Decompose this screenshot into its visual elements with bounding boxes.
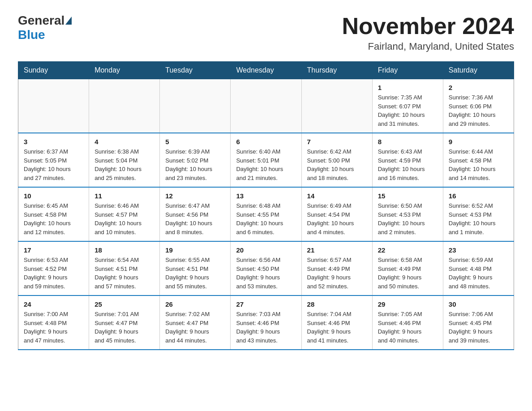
calendar-cell: 11Sunrise: 6:46 AMSunset: 4:57 PMDayligh… [89,187,160,241]
calendar-cell: 5Sunrise: 6:39 AMSunset: 5:02 PMDaylight… [160,133,231,187]
day-info: Sunrise: 6:46 AMSunset: 4:57 PMDaylight:… [94,201,154,236]
day-number: 28 [307,300,367,308]
day-info: Sunrise: 6:43 AMSunset: 4:59 PMDaylight:… [378,147,438,182]
calendar-cell: 18Sunrise: 6:54 AMSunset: 4:51 PMDayligh… [89,241,160,295]
day-number: 1 [378,84,438,91]
day-info: Sunrise: 6:48 AMSunset: 4:55 PMDaylight:… [236,201,296,236]
day-number: 19 [165,246,225,254]
day-info: Sunrise: 6:38 AMSunset: 5:04 PMDaylight:… [94,147,154,182]
day-number: 18 [94,246,154,254]
day-number: 25 [94,300,154,308]
day-info: Sunrise: 6:54 AMSunset: 4:51 PMDaylight:… [94,256,154,291]
calendar-cell: 7Sunrise: 6:42 AMSunset: 5:00 PMDaylight… [301,133,372,187]
weekday-header: Friday [372,62,443,79]
day-info: Sunrise: 7:03 AMSunset: 4:46 PMDaylight:… [236,310,296,345]
day-number: 7 [307,138,367,146]
day-number: 24 [24,300,83,308]
day-info: Sunrise: 6:47 AMSunset: 4:56 PMDaylight:… [165,201,225,236]
day-number: 2 [449,84,508,91]
day-info: Sunrise: 6:44 AMSunset: 4:58 PMDaylight:… [449,147,508,182]
day-number: 16 [449,192,508,200]
calendar-cell: 25Sunrise: 7:01 AMSunset: 4:47 PMDayligh… [89,295,160,350]
calendar-cell: 29Sunrise: 7:05 AMSunset: 4:46 PMDayligh… [372,295,443,350]
month-title: November 2024 [342,13,514,39]
logo-blue-block [64,17,72,25]
day-number: 20 [236,246,296,254]
calendar-cell: 9Sunrise: 6:44 AMSunset: 4:58 PMDaylight… [443,133,514,187]
weekday-header: Wednesday [231,62,301,79]
day-info: Sunrise: 6:37 AMSunset: 5:05 PMDaylight:… [24,147,83,182]
day-number: 13 [236,192,296,200]
calendar-week-row: 3Sunrise: 6:37 AMSunset: 5:05 PMDaylight… [18,133,514,187]
calendar-cell: 2Sunrise: 7:36 AMSunset: 6:06 PMDaylight… [443,79,514,133]
day-number: 29 [378,300,438,308]
calendar-cell: 15Sunrise: 6:50 AMSunset: 4:53 PMDayligh… [372,187,443,241]
calendar-week-row: 24Sunrise: 7:00 AMSunset: 4:48 PMDayligh… [18,295,514,350]
weekday-header: Tuesday [160,62,231,79]
day-info: Sunrise: 6:40 AMSunset: 5:01 PMDaylight:… [236,147,296,182]
calendar-cell [18,79,89,133]
calendar-cell: 16Sunrise: 6:52 AMSunset: 4:53 PMDayligh… [443,187,514,241]
weekday-header: Sunday [18,62,89,79]
day-number: 12 [165,192,225,200]
day-number: 11 [94,192,154,200]
day-number: 8 [378,138,438,146]
calendar-cell: 17Sunrise: 6:53 AMSunset: 4:52 PMDayligh… [18,241,89,295]
day-number: 14 [307,192,367,200]
calendar-cell: 20Sunrise: 6:56 AMSunset: 4:50 PMDayligh… [231,241,301,295]
day-number: 30 [449,300,508,308]
day-number: 22 [378,246,438,254]
calendar-cell: 12Sunrise: 6:47 AMSunset: 4:56 PMDayligh… [160,187,231,241]
calendar-week-row: 17Sunrise: 6:53 AMSunset: 4:52 PMDayligh… [18,241,514,295]
day-number: 3 [24,138,83,146]
day-number: 9 [449,138,508,146]
calendar-week-row: 10Sunrise: 6:45 AMSunset: 4:58 PMDayligh… [18,187,514,241]
day-number: 17 [24,246,83,254]
weekday-header-row: SundayMondayTuesdayWednesdayThursdayFrid… [18,62,514,79]
day-info: Sunrise: 7:06 AMSunset: 4:45 PMDaylight:… [449,310,508,345]
day-number: 15 [378,192,438,200]
weekday-header: Monday [89,62,160,79]
calendar-cell: 19Sunrise: 6:55 AMSunset: 4:51 PMDayligh… [160,241,231,295]
day-number: 26 [165,300,225,308]
logo-arrow-icon [65,17,72,25]
day-info: Sunrise: 6:55 AMSunset: 4:51 PMDaylight:… [165,256,225,291]
calendar-cell: 3Sunrise: 6:37 AMSunset: 5:05 PMDaylight… [18,133,89,187]
day-info: Sunrise: 6:59 AMSunset: 4:48 PMDaylight:… [449,256,508,291]
day-number: 23 [449,246,508,254]
day-number: 10 [24,192,83,200]
day-info: Sunrise: 7:02 AMSunset: 4:47 PMDaylight:… [165,310,225,345]
calendar-cell [231,79,301,133]
day-info: Sunrise: 7:35 AMSunset: 6:07 PMDaylight:… [378,93,438,128]
calendar-cell: 14Sunrise: 6:49 AMSunset: 4:54 PMDayligh… [301,187,372,241]
day-number: 27 [236,300,296,308]
day-info: Sunrise: 7:05 AMSunset: 4:46 PMDaylight:… [378,310,438,345]
calendar-cell [160,79,231,133]
day-info: Sunrise: 6:57 AMSunset: 4:49 PMDaylight:… [307,256,367,291]
day-info: Sunrise: 7:04 AMSunset: 4:46 PMDaylight:… [307,310,367,345]
weekday-header: Thursday [301,62,372,79]
day-info: Sunrise: 6:39 AMSunset: 5:02 PMDaylight:… [165,147,225,182]
day-info: Sunrise: 6:45 AMSunset: 4:58 PMDaylight:… [24,201,83,236]
day-number: 6 [236,138,296,146]
day-info: Sunrise: 6:58 AMSunset: 4:49 PMDaylight:… [378,256,438,291]
calendar-cell: 27Sunrise: 7:03 AMSunset: 4:46 PMDayligh… [231,295,301,350]
day-number: 5 [165,138,225,146]
day-info: Sunrise: 6:53 AMSunset: 4:52 PMDaylight:… [24,256,83,291]
logo: General Blue [18,13,72,42]
logo-blue-text: Blue [18,28,45,42]
calendar-cell: 6Sunrise: 6:40 AMSunset: 5:01 PMDaylight… [231,133,301,187]
calendar-week-row: 1Sunrise: 7:35 AMSunset: 6:07 PMDaylight… [18,79,514,133]
calendar-cell: 8Sunrise: 6:43 AMSunset: 4:59 PMDaylight… [372,133,443,187]
calendar-cell [89,79,160,133]
logo-general-text: General [18,13,64,28]
calendar-cell: 21Sunrise: 6:57 AMSunset: 4:49 PMDayligh… [301,241,372,295]
location-title: Fairland, Maryland, United States [342,41,514,52]
calendar-cell: 30Sunrise: 7:06 AMSunset: 4:45 PMDayligh… [443,295,514,350]
calendar-table: SundayMondayTuesdayWednesdayThursdayFrid… [18,61,514,350]
calendar-cell: 23Sunrise: 6:59 AMSunset: 4:48 PMDayligh… [443,241,514,295]
calendar-cell: 10Sunrise: 6:45 AMSunset: 4:58 PMDayligh… [18,187,89,241]
day-info: Sunrise: 6:52 AMSunset: 4:53 PMDaylight:… [449,201,508,236]
calendar-cell: 22Sunrise: 6:58 AMSunset: 4:49 PMDayligh… [372,241,443,295]
day-number: 21 [307,246,367,254]
